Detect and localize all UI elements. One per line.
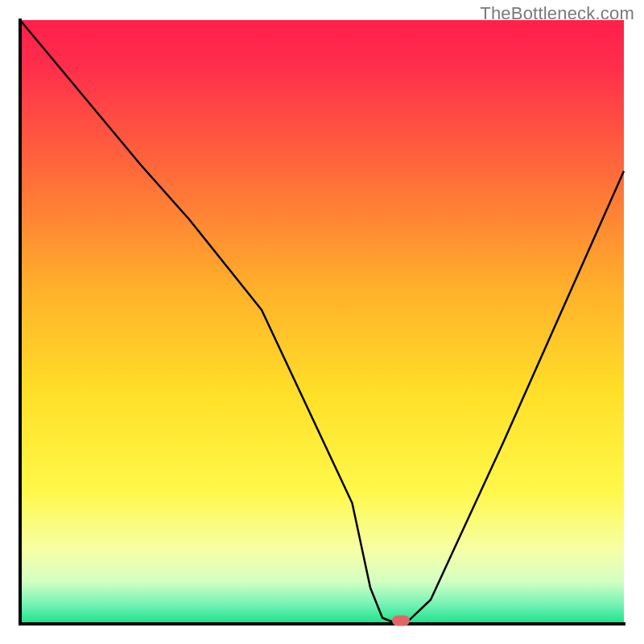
attribution-label: TheBottleneck.com: [480, 3, 634, 24]
plot-svg: [0, 0, 644, 644]
optimal-marker: [392, 615, 410, 625]
bottleneck-chart: TheBottleneck.com: [0, 0, 644, 644]
plot-background: [20, 20, 624, 624]
